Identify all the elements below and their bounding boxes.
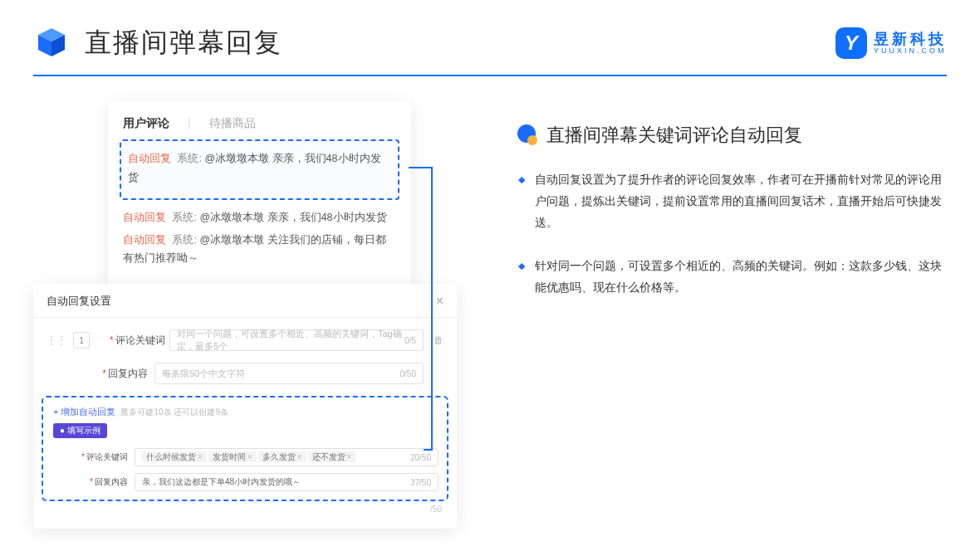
system-label: 系统:: [177, 153, 201, 164]
example-content-input[interactable]: 亲，我们这边都是下单48小时内发货的哦～ 37/50: [135, 473, 439, 491]
content-row: *回复内容 每条限50个中文字符 0/50: [33, 363, 457, 384]
page-header: 直播间弹幕回复 Y 昱新科技 YUUXIN.COM: [0, 0, 980, 61]
comment-row: 自动回复 系统: @冰墩墩本墩 亲亲，我们48小时内发货: [128, 149, 391, 187]
keyword-row: ⋮⋮ 1 *评论关键词 对同一个问题，可设置多个相近、高频的关键词，Tag确定，…: [33, 329, 457, 351]
content-input[interactable]: 每条限50个中文字符 0/50: [154, 363, 424, 384]
comment-row: 自动回复 系统: @冰墩墩本墩 亲亲，我们48小时内发货: [123, 208, 396, 227]
comment-row: 自动回复 系统: @冰墩墩本墩 关注我们的店铺，每日都有热门推荐呦～: [123, 231, 396, 268]
example-badge: ● 填写示例: [53, 423, 107, 438]
scroll-hint: /50: [33, 505, 442, 514]
content-label: *回复内容: [95, 367, 148, 381]
settings-header: 自动回复设置 ×: [33, 294, 457, 318]
add-hint: 最多可建10条 还可以创建9条: [120, 407, 228, 418]
bullet-list: 自动回复设置为了提升作者的评论回复效率，作者可在开播前针对常见的评论用户问题，提…: [515, 169, 947, 298]
highlighted-comment: 自动回复 系统: @冰墩墩本墩 亲亲，我们48小时内发货: [120, 139, 399, 200]
row-number: 1: [73, 332, 90, 349]
brand-sub: YUUXIN.COM: [874, 47, 947, 55]
example-keyword-row: *评论关键词 什么时候发货×发货时间×多久发货×还不发货× 20/50: [48, 448, 442, 466]
page-title: 直播间弹幕回复: [85, 25, 282, 61]
auto-reply-tag: 自动回复: [128, 153, 171, 164]
keyword-tag[interactable]: 还不发货×: [308, 451, 356, 462]
header-left: 直播间弹幕回复: [33, 25, 282, 61]
chat-bubble-icon: [515, 124, 538, 147]
brand-name: 昱新科技: [874, 32, 947, 47]
keyword-tag[interactable]: 多久发货×: [258, 451, 306, 462]
svg-point-4: [527, 135, 537, 145]
bullet-item: 针对同一个问题，可设置多个相近的、高频的关键词。例如：这款多少钱、这块能优惠吗、…: [515, 256, 947, 299]
right-column: 直播间弹幕关键词评论自动回复 自动回复设置为了提升作者的评论回复效率，作者可在开…: [515, 101, 947, 500]
keyword-label: *评论关键词: [110, 334, 163, 348]
add-auto-reply-link[interactable]: + 增加自动回复: [53, 406, 115, 418]
example-content-row: *回复内容 亲，我们这边都是下单48小时内发货的哦～ 37/50: [48, 473, 442, 491]
cube-icon: [33, 25, 70, 61]
comments-card: 用户评论 | 待播商品 自动回复 系统: @冰墩墩本墩 亲亲，我们48小时内发货…: [108, 101, 411, 290]
section-head: 直播间弹幕关键词评论自动回复: [515, 123, 947, 148]
example-keyword-input[interactable]: 什么时候发货×发货时间×多久发货×还不发货× 20/50: [135, 448, 439, 466]
delete-icon[interactable]: 🗑: [434, 334, 443, 346]
tab-user-comments[interactable]: 用户评论: [123, 116, 169, 131]
brand-logo-icon: Y: [835, 27, 867, 59]
comments-tabs: 用户评论 | 待播商品: [123, 116, 396, 131]
bullet-item: 自动回复设置为了提升作者的评论回复效率，作者可在开播前针对常见的评论用户问题，提…: [515, 169, 947, 234]
settings-card: 自动回复设置 × ⋮⋮ 1 *评论关键词 对同一个问题，可设置多个相近、高频的关…: [33, 284, 457, 529]
left-column: 用户评论 | 待播商品 自动回复 系统: @冰墩墩本墩 亲亲，我们48小时内发货…: [33, 101, 482, 500]
settings-title: 自动回复设置: [47, 294, 111, 309]
keyword-tag[interactable]: 发货时间×: [208, 451, 257, 462]
section-title: 直播间弹幕关键词评论自动回复: [546, 123, 802, 148]
close-icon[interactable]: ×: [436, 294, 443, 309]
keyword-input[interactable]: 对同一个问题，可设置多个相近、高频的关键词，Tag确定，最多5个 0/5: [169, 329, 424, 351]
brand: Y 昱新科技 YUUXIN.COM: [835, 27, 947, 59]
tab-pending-goods[interactable]: 待播商品: [209, 116, 256, 131]
keyword-tag[interactable]: 什么时候发货×: [142, 451, 207, 462]
example-highlight: + 增加自动回复 最多可建10条 还可以创建9条 ● 填写示例 *评论关键词 什…: [42, 396, 448, 501]
